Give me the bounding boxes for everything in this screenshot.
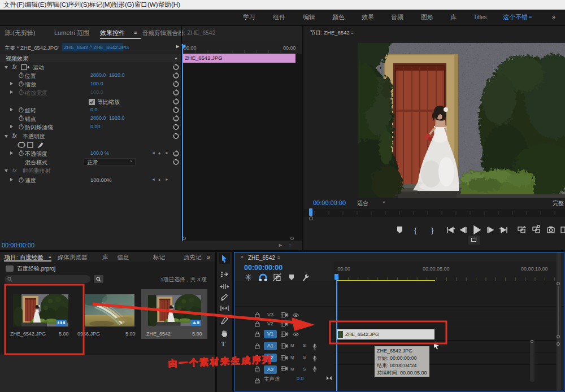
svg-text:由一个素材来生成序列: 由一个素材来生成序列: [168, 355, 273, 368]
